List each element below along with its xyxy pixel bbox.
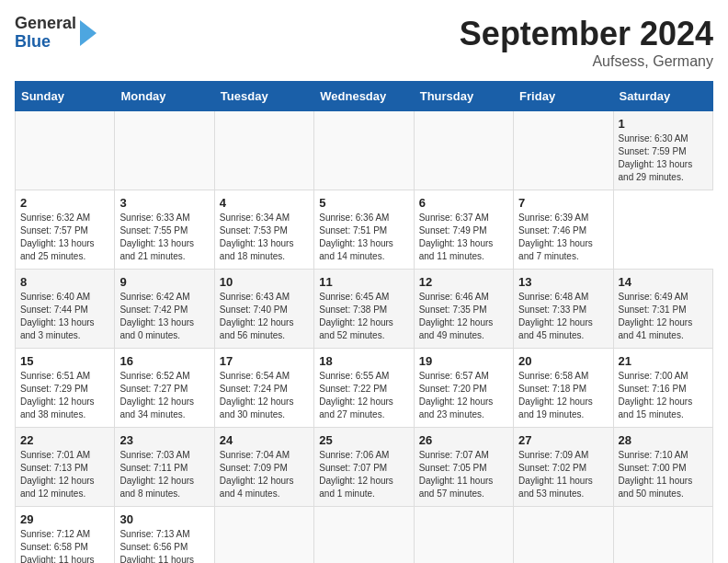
sunrise-text: Sunrise: 7:09 AMSunset: 7:02 PMDaylight:… [518,450,593,499]
sunrise-text: Sunrise: 6:30 AMSunset: 7:59 PMDaylight:… [619,133,693,182]
table-row: 1 Sunrise: 6:30 AMSunset: 7:59 PMDayligh… [613,111,712,190]
calendar-week-row: 29 Sunrise: 7:12 AMSunset: 6:58 PMDaylig… [16,507,713,564]
sunrise-text: Sunrise: 6:33 AMSunset: 7:55 PMDaylight:… [119,213,194,261]
day-number: 20 [518,354,608,368]
table-row [613,507,712,564]
table-row: 29 Sunrise: 7:12 AMSunset: 6:58 PMDaylig… [16,507,115,564]
sunrise-text: Sunrise: 6:51 AMSunset: 7:29 PMDaylight:… [20,371,95,419]
sunrise-text: Sunrise: 7:12 AMSunset: 6:58 PMDaylight:… [20,529,95,563]
sunrise-text: Sunrise: 6:54 AMSunset: 7:24 PMDaylight:… [220,371,294,419]
day-number: 9 [119,275,209,289]
location-subtitle: Aufsess, Germany [460,53,713,70]
col-saturday: Saturday [613,82,712,111]
table-row: 17 Sunrise: 6:54 AMSunset: 7:24 PMDaylig… [214,349,313,428]
table-row: 7 Sunrise: 6:39 AMSunset: 7:46 PMDayligh… [514,190,613,270]
title-area: September 2024 Aufsess, Germany [460,15,713,70]
calendar-table: Sunday Monday Tuesday Wednesday Thursday… [15,81,713,563]
table-row: 30 Sunrise: 7:13 AMSunset: 6:56 PMDaylig… [115,507,214,564]
table-row: 28 Sunrise: 7:10 AMSunset: 7:00 PMDaylig… [613,428,712,507]
day-number: 15 [20,354,109,368]
col-thursday: Thursday [414,82,513,111]
col-wednesday: Wednesday [314,82,414,111]
sunrise-text: Sunrise: 7:13 AMSunset: 6:56 PMDaylight:… [119,529,194,563]
table-row: 8 Sunrise: 6:40 AMSunset: 7:44 PMDayligh… [16,270,115,349]
day-number: 6 [419,196,508,210]
table-row: 16 Sunrise: 6:52 AMSunset: 7:27 PMDaylig… [115,349,214,428]
logo: General Blue [15,15,97,52]
day-number: 30 [119,512,209,526]
day-number: 12 [419,275,508,289]
table-row: 27 Sunrise: 7:09 AMSunset: 7:02 PMDaylig… [514,428,613,507]
day-number: 23 [119,433,209,447]
sunrise-text: Sunrise: 6:58 AMSunset: 7:18 PMDaylight:… [518,371,593,419]
table-row: 21 Sunrise: 7:00 AMSunset: 7:16 PMDaylig… [613,349,712,428]
sunrise-text: Sunrise: 6:52 AMSunset: 7:27 PMDaylight:… [119,371,194,419]
day-number: 13 [518,275,608,289]
logo-text: General Blue [15,15,76,52]
table-row [514,507,613,564]
page-header: General Blue September 2024 Aufsess, Ger… [15,15,713,70]
calendar-week-row: 2 Sunrise: 6:32 AMSunset: 7:57 PMDayligh… [16,190,713,270]
day-number: 2 [20,196,109,210]
table-row [115,111,214,190]
sunrise-text: Sunrise: 6:43 AMSunset: 7:40 PMDaylight:… [220,292,294,340]
sunrise-text: Sunrise: 6:48 AMSunset: 7:33 PMDaylight:… [518,292,593,340]
sunrise-text: Sunrise: 6:37 AMSunset: 7:49 PMDaylight:… [419,213,494,261]
sunrise-text: Sunrise: 7:03 AMSunset: 7:11 PMDaylight:… [119,450,194,499]
day-number: 8 [20,275,109,289]
day-number: 26 [419,433,508,447]
table-row: 9 Sunrise: 6:42 AMSunset: 7:42 PMDayligh… [115,270,214,349]
day-number: 11 [319,275,408,289]
table-row: 12 Sunrise: 6:46 AMSunset: 7:35 PMDaylig… [414,270,513,349]
sunrise-text: Sunrise: 6:32 AMSunset: 7:57 PMDaylight:… [20,213,95,261]
day-number: 25 [319,433,408,447]
sunrise-text: Sunrise: 7:01 AMSunset: 7:13 PMDaylight:… [20,450,95,499]
table-row: 5 Sunrise: 6:36 AMSunset: 7:51 PMDayligh… [314,190,414,270]
table-row: 19 Sunrise: 6:57 AMSunset: 7:20 PMDaylig… [414,349,513,428]
day-number: 1 [619,117,708,131]
logo-arrow-icon [80,20,97,46]
sunrise-text: Sunrise: 6:34 AMSunset: 7:53 PMDaylight:… [220,213,294,261]
day-number: 19 [419,354,508,368]
table-row: 26 Sunrise: 7:07 AMSunset: 7:05 PMDaylig… [414,428,513,507]
sunrise-text: Sunrise: 6:46 AMSunset: 7:35 PMDaylight:… [419,292,494,340]
day-number: 21 [619,354,708,368]
col-sunday: Sunday [16,82,115,111]
table-row: 20 Sunrise: 6:58 AMSunset: 7:18 PMDaylig… [514,349,613,428]
calendar-week-row: 15 Sunrise: 6:51 AMSunset: 7:29 PMDaylig… [16,349,713,428]
calendar-header-row: Sunday Monday Tuesday Wednesday Thursday… [16,82,713,111]
table-row: 2 Sunrise: 6:32 AMSunset: 7:57 PMDayligh… [16,190,115,270]
table-row [514,111,613,190]
day-number: 18 [319,354,408,368]
sunrise-text: Sunrise: 6:39 AMSunset: 7:46 PMDaylight:… [518,213,593,261]
col-monday: Monday [115,82,214,111]
sunrise-text: Sunrise: 6:36 AMSunset: 7:51 PMDaylight:… [319,213,393,261]
day-number: 3 [119,196,209,210]
sunrise-text: Sunrise: 7:10 AMSunset: 7:00 PMDaylight:… [619,450,693,499]
day-number: 10 [220,275,309,289]
sunrise-text: Sunrise: 6:45 AMSunset: 7:38 PMDaylight:… [319,292,393,340]
sunrise-text: Sunrise: 6:42 AMSunset: 7:42 PMDaylight:… [119,292,194,340]
table-row: 14 Sunrise: 6:49 AMSunset: 7:31 PMDaylig… [613,270,712,349]
month-title: September 2024 [460,15,713,53]
sunrise-text: Sunrise: 6:55 AMSunset: 7:22 PMDaylight:… [319,371,393,419]
col-friday: Friday [514,82,613,111]
day-number: 27 [518,433,608,447]
table-row [214,111,313,190]
table-row: 25 Sunrise: 7:06 AMSunset: 7:07 PMDaylig… [314,428,414,507]
table-row [414,111,513,190]
calendar-week-row: 1 Sunrise: 6:30 AMSunset: 7:59 PMDayligh… [16,111,713,190]
sunrise-text: Sunrise: 6:57 AMSunset: 7:20 PMDaylight:… [419,371,494,419]
logo-blue: Blue [15,33,76,52]
calendar-week-row: 8 Sunrise: 6:40 AMSunset: 7:44 PMDayligh… [16,270,713,349]
table-row: 3 Sunrise: 6:33 AMSunset: 7:55 PMDayligh… [115,190,214,270]
table-row: 4 Sunrise: 6:34 AMSunset: 7:53 PMDayligh… [214,190,313,270]
day-number: 7 [518,196,608,210]
day-number: 29 [20,512,109,526]
day-number: 17 [220,354,309,368]
table-row [16,111,115,190]
table-row: 18 Sunrise: 6:55 AMSunset: 7:22 PMDaylig… [314,349,414,428]
table-row [214,507,313,564]
day-number: 24 [220,433,309,447]
table-row [414,507,513,564]
